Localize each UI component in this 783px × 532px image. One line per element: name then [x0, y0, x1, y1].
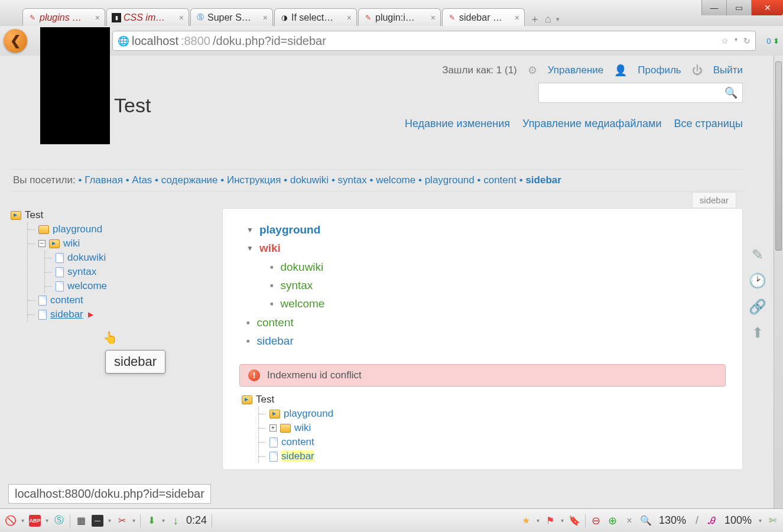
breadcrumb-link[interactable]: syntax [338, 174, 367, 186]
breadcrumb-current[interactable]: sidebar [525, 174, 561, 186]
extension-icon[interactable]: ✂ [116, 515, 128, 527]
tree-link[interactable]: welcome [67, 280, 107, 292]
idx-wiki[interactable]: wiki [259, 242, 281, 254]
idx-playground[interactable]: playground [259, 223, 320, 236]
tree-item-playground[interactable]: playground [259, 407, 726, 421]
search-input[interactable]: 🔍 [538, 83, 743, 103]
reload-icon[interactable]: ↻ [743, 36, 750, 46]
idx-link[interactable]: dokuwiki [280, 261, 323, 273]
tree-item-sidebar[interactable]: sidebar ▶ [28, 307, 212, 322]
idx-content[interactable]: content [256, 316, 293, 329]
breadcrumb-link[interactable]: Atas [132, 174, 152, 186]
tab-close-icon[interactable]: × [347, 13, 352, 22]
zoom-in-icon[interactable]: ⊕ [607, 515, 619, 527]
browser-tab[interactable]: Ⓢ Super S… × [190, 8, 273, 26]
star-icon[interactable]: ★ [520, 515, 532, 527]
download-arrow-icon[interactable]: ↓ [170, 515, 181, 527]
recent-changes-link[interactable]: Недавние изменения [405, 118, 510, 129]
dropdown-icon[interactable]: ▾ [759, 517, 762, 524]
tree-item[interactable]: welcome [45, 279, 212, 293]
logout-link[interactable]: Выйти [713, 64, 743, 76]
window-maximize-button[interactable]: ▭ [726, 0, 751, 15]
profile-link[interactable]: Профиль [638, 64, 681, 76]
tree-item-playground[interactable]: playground [28, 222, 212, 236]
vertical-scrollbar[interactable] [774, 56, 783, 508]
noscript-icon[interactable]: 🚫 [5, 515, 17, 527]
dropdown-icon[interactable]: ▾ [132, 517, 135, 524]
admin-link[interactable]: Управление [548, 64, 604, 76]
breadcrumb-link[interactable]: содержание [161, 174, 218, 186]
browser-tab[interactable]: ✎ plugin:i… × [358, 8, 441, 26]
home-button[interactable]: ⌂ [545, 13, 551, 25]
dropdown-icon[interactable]: ▾ [21, 517, 24, 524]
revisions-icon[interactable]: 🕑 [748, 271, 768, 291]
tabs-dropdown-button[interactable]: ▾ [556, 15, 560, 23]
tree-item-sidebar[interactable]: sidebar [259, 449, 726, 463]
expand-toggle[interactable]: + [269, 424, 277, 432]
new-tab-button[interactable]: ＋ [529, 12, 540, 26]
collapse-toggle[interactable]: − [38, 240, 46, 247]
backlinks-icon[interactable]: 🔗 [748, 297, 768, 317]
breadcrumb-link[interactable]: content [483, 174, 516, 186]
download-icon[interactable]: ⬇ [145, 515, 157, 527]
close-icon[interactable]: × [623, 515, 635, 527]
tree-link[interactable]: wiki [294, 422, 311, 434]
dropdown-icon[interactable]: ▾ [162, 517, 165, 524]
browser-tab[interactable]: ◑ If select… × [274, 8, 357, 26]
tree-item-wiki[interactable]: + wiki [259, 421, 726, 435]
sync-indicator[interactable]: 0 ⬍ [766, 37, 779, 46]
dropdown-icon[interactable]: ▾ [46, 517, 48, 524]
skype-icon[interactable]: Ⓢ [53, 515, 65, 527]
tree-root[interactable]: Test [11, 208, 212, 222]
tree-root[interactable]: Test [242, 392, 726, 407]
browser-tab[interactable]: ✎ plugins … × [22, 8, 105, 26]
tree-item[interactable]: syntax [45, 265, 212, 279]
media-manager-link[interactable]: Управление медиафайлами [522, 118, 661, 129]
tab-close-icon[interactable]: × [515, 13, 519, 22]
tab-close-icon[interactable]: × [179, 13, 184, 22]
tree-link[interactable]: playground [53, 223, 102, 235]
scissors-icon[interactable]: ✄ [766, 515, 778, 527]
url-input[interactable]: 🌐 localhost:8800/doku.php?id=sidebar ☆ ▾… [112, 31, 756, 51]
search-icon[interactable]: 🔍 [724, 86, 737, 99]
magnifier-icon[interactable]: 🔍 [640, 515, 652, 527]
window-close-button[interactable]: ✕ [751, 0, 783, 15]
tree-link[interactable]: wiki [63, 238, 80, 249]
breadcrumb-link[interactable]: playground [425, 174, 475, 186]
tree-link[interactable]: content [50, 294, 83, 306]
dropdown-icon[interactable]: ▾ [735, 36, 737, 46]
breadcrumb-link[interactable]: welcome [376, 174, 415, 186]
tree-link[interactable]: content [281, 436, 314, 448]
expand-icon[interactable]: ▼ [246, 243, 254, 255]
tree-item-content[interactable]: content [28, 293, 212, 307]
extension-icon[interactable]: — [92, 515, 103, 527]
browser-tab-active[interactable]: ✎ sidebar … × [442, 8, 525, 26]
scrollbar-thumb[interactable] [775, 61, 782, 251]
flag-icon[interactable]: ⚑ [544, 515, 556, 527]
breadcrumb-link[interactable]: Инструкция [227, 174, 281, 186]
spell-icon[interactable]: Ꭿ [706, 515, 717, 527]
dropdown-icon[interactable]: ▾ [108, 517, 111, 524]
breadcrumb-link[interactable]: dokuwiki [290, 174, 329, 186]
breadcrumb-link[interactable]: Главная [85, 174, 123, 186]
bookmark-icon[interactable]: ☆ [721, 36, 729, 46]
tab-close-icon[interactable]: × [431, 13, 436, 22]
tree-link[interactable]: syntax [67, 266, 96, 278]
tree-link[interactable]: playground [284, 408, 333, 420]
idx-link[interactable]: welcome [280, 297, 324, 310]
idx-link[interactable]: syntax [280, 279, 313, 291]
tab-close-icon[interactable]: × [263, 13, 268, 22]
abp-icon[interactable]: ABP [29, 515, 41, 527]
zoom-out-icon[interactable]: ⊖ [590, 515, 602, 527]
tag-icon[interactable]: 🔖 [568, 515, 580, 527]
extension-icon[interactable]: ▦ [75, 515, 87, 527]
browser-tab[interactable]: ▮ CSS im… × [106, 8, 189, 26]
window-minimize-button[interactable]: — [701, 0, 726, 15]
sitemap-link[interactable]: Все страницы [674, 118, 743, 129]
tree-link[interactable]: dokuwiki [67, 252, 106, 264]
tree-item[interactable]: dokuwiki [45, 251, 212, 265]
tree-item-content[interactable]: content [259, 435, 726, 449]
back-button[interactable]: ❮ [4, 29, 27, 53]
tree-link-current[interactable]: sidebar [281, 450, 314, 462]
expand-icon[interactable]: ▼ [246, 225, 254, 236]
